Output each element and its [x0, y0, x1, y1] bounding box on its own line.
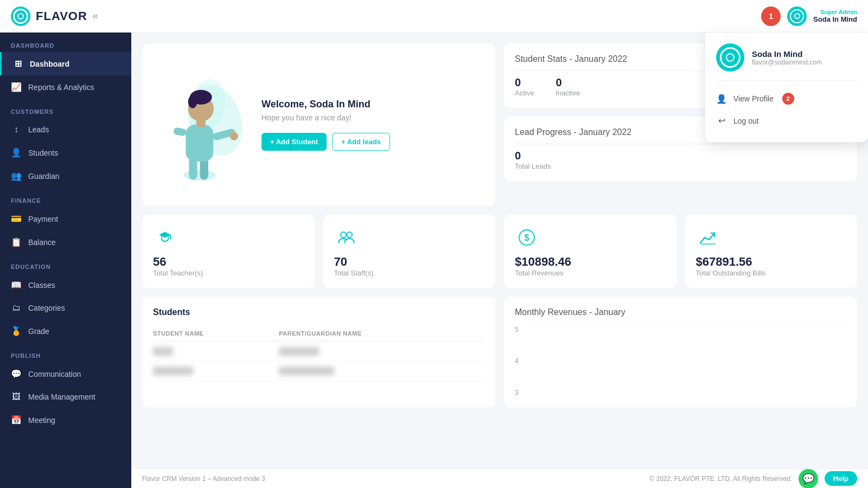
- students-table: STUDENT NAME PARENT/GUARDIAN NAME ██████…: [153, 326, 484, 381]
- footer: Flavor CRM Version 1 – Advanced mode 3 ©…: [131, 468, 868, 488]
- welcome-card: Welcome, Soda In Mind Hope you have a ni…: [142, 43, 495, 206]
- welcome-title: Welcome, Soda In Mind: [261, 99, 484, 110]
- profile-dropdown-header: Soda In Mind flavor@sodainmind.com: [716, 43, 857, 81]
- total-leads-label: Total Leads: [515, 162, 846, 170]
- sidebar-item-communication[interactable]: 💬Communication: [0, 362, 131, 386]
- guardian-name-cell: ███████████: [279, 361, 484, 381]
- sidebar-section-dashboard: DASHBOARD: [0, 33, 131, 52]
- svg-rect-5: [186, 125, 213, 162]
- col-student-name: STUDENT NAME: [153, 326, 279, 342]
- student-name-cell: ████████: [153, 361, 279, 381]
- staff-icon: [334, 226, 358, 249]
- notification-badge[interactable]: 1: [761, 7, 781, 26]
- logo-area: FLAVOR «: [11, 7, 98, 26]
- revenues-icon: $: [515, 226, 539, 249]
- sidebar-icon-payment: 💳: [11, 214, 22, 224]
- profile-name: Soda In Mind: [752, 49, 822, 59]
- revenues-count: $10898.46: [515, 255, 666, 269]
- sidebar-item-media[interactable]: 🖼Media Management: [0, 386, 131, 408]
- monthly-revenues-card: Monthly Revenues - January 5 4 3: [504, 297, 857, 407]
- user-avatar-header[interactable]: [787, 7, 807, 26]
- view-profile-label: View Profile: [733, 94, 774, 103]
- profile-badge: 2: [782, 93, 794, 105]
- students-table-title: Students: [153, 307, 484, 317]
- mini-stats-row: 56Total Teacher(s) 70Total Staff(s) $ $1…: [142, 215, 857, 288]
- guardian-name-cell: ████████: [279, 342, 484, 361]
- sidebar: DASHBOARD⊞Dashboard📈Reports & AnalyticsC…: [0, 33, 131, 488]
- app-logo-icon: [11, 7, 30, 26]
- sidebar-item-grade[interactable]: 🏅Grade: [0, 319, 131, 343]
- welcome-text-area: Welcome, Soda In Mind Hope you have a ni…: [261, 99, 484, 151]
- sidebar-label-meeting: Meeting: [28, 416, 55, 425]
- sidebar-item-leads[interactable]: ↕Leads: [0, 118, 131, 141]
- sidebar-label-students: Students: [28, 149, 58, 157]
- sidebar-icon-students: 👤: [11, 147, 22, 158]
- sidebar-item-categories[interactable]: 🗂Categories: [0, 297, 131, 319]
- sidebar-item-meeting[interactable]: 📅Meeting: [0, 408, 131, 432]
- sidebar-icon-dashboard: ⊞: [12, 59, 23, 69]
- bottom-grid: Students STUDENT NAME PARENT/GUARDIAN NA…: [142, 297, 857, 407]
- total-leads-count: 0: [515, 150, 846, 162]
- col-guardian-name: PARENT/GUARDIAN NAME: [279, 326, 484, 342]
- sidebar-icon-leads: ↕: [11, 125, 22, 134]
- svg-point-8: [230, 132, 238, 140]
- mini-stat-staff: 70Total Staff(s): [323, 215, 496, 288]
- sidebar-item-classes[interactable]: 📖Classes: [0, 273, 131, 297]
- sidebar-section-finance: FINANCE: [0, 188, 131, 207]
- welcome-illustration: [153, 65, 251, 184]
- sidebar-label-categories: Categories: [28, 304, 65, 312]
- staff-count: 70: [334, 255, 485, 269]
- whatsapp-button[interactable]: 💬: [799, 469, 818, 489]
- chart-line-bottom: [527, 326, 846, 326]
- footer-copyright: © 2022, FLAVOR PTE. LTD. All Rights Rese…: [649, 475, 792, 483]
- sidebar-section-publish: PUBLISH: [0, 343, 131, 362]
- sidebar-label-balance: Balance: [28, 238, 56, 247]
- table-row: ███████████████████: [153, 361, 484, 381]
- sidebar-item-guardian[interactable]: 👥Guardian: [0, 164, 131, 188]
- teachers-icon: [153, 226, 177, 249]
- sidebar-item-balance[interactable]: 📋Balance: [0, 230, 131, 254]
- sidebar-icon-grade: 🏅: [11, 326, 22, 336]
- add-leads-button[interactable]: + Add leads: [332, 133, 390, 151]
- mini-stat-outstanding: $67891.56Total Outstanding Bills: [685, 215, 858, 288]
- mini-stat-teachers: 56Total Teacher(s): [142, 215, 315, 288]
- sidebar-label-classes: Classes: [28, 281, 55, 290]
- sidebar-label-payment: Payment: [28, 215, 58, 223]
- svg-point-15: [341, 232, 346, 237]
- sidebar-icon-guardian: 👥: [11, 171, 22, 181]
- teachers-count: 56: [153, 255, 304, 269]
- inactive-count: 0: [556, 76, 580, 89]
- sidebar-icon-communication: 💬: [11, 369, 22, 379]
- app-name: FLAVOR: [36, 9, 87, 23]
- svg-point-12: [188, 95, 197, 108]
- sidebar-item-reports[interactable]: 📈Reports & Analytics: [0, 75, 131, 99]
- welcome-subtitle: Hope you have a nice day!: [261, 113, 484, 122]
- help-button[interactable]: Help: [825, 471, 857, 486]
- header-right: 1 Super Admin Soda In Mind: [761, 7, 857, 26]
- sidebar-item-dashboard[interactable]: ⊞Dashboard: [0, 52, 131, 75]
- profile-dropdown: Soda In Mind flavor@sodainmind.com 👤 Vie…: [705, 33, 868, 142]
- outstanding-count: $67891.56: [696, 255, 847, 269]
- add-student-button[interactable]: + Add Student: [261, 133, 327, 151]
- sidebar-icon-meeting: 📅: [11, 415, 22, 425]
- sidebar-icon-classes: 📖: [11, 280, 22, 290]
- revenues-label: Total Revenues: [515, 269, 666, 277]
- sidebar-label-dashboard: Dashboard: [30, 60, 69, 68]
- mini-stat-revenues: $ $10898.46Total Revenues: [504, 215, 676, 288]
- logout-label: Log out: [733, 117, 759, 125]
- user-info-header: Super Admin Soda In Mind: [813, 9, 857, 23]
- logout-action[interactable]: ↩ Log out: [716, 110, 857, 131]
- active-count: 0: [515, 76, 534, 89]
- sidebar-label-guardian: Guardian: [28, 172, 60, 181]
- sidebar-item-students[interactable]: 👤Students: [0, 141, 131, 164]
- sidebar-item-payment[interactable]: 💳Payment: [0, 207, 131, 230]
- view-profile-action[interactable]: 👤 View Profile 2: [716, 87, 857, 110]
- chart-title: Monthly Revenues - January: [515, 307, 846, 317]
- sidebar-section-education: EDUCATION: [0, 254, 131, 273]
- user-role: Super Admin: [813, 9, 857, 15]
- collapse-sidebar-button[interactable]: «: [93, 10, 98, 22]
- sidebar-label-leads: Leads: [28, 125, 49, 134]
- sidebar-icon-reports: 📈: [11, 82, 22, 92]
- table-row: ████████████: [153, 342, 484, 361]
- students-table-card: Students STUDENT NAME PARENT/GUARDIAN NA…: [142, 297, 495, 407]
